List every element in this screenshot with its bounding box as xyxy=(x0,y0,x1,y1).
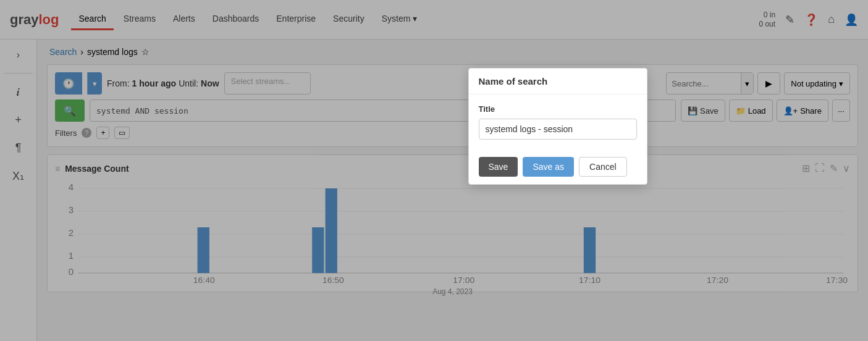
modal-title-input[interactable] xyxy=(479,119,637,140)
modal-save-as-button[interactable]: Save as xyxy=(523,157,574,177)
modal-footer: Save Save as Cancel xyxy=(469,149,647,184)
modal-overlay: Name of search Title Save Save as Cancel xyxy=(0,0,868,341)
modal-save-button[interactable]: Save xyxy=(479,157,518,177)
modal-body: Title xyxy=(469,95,647,149)
modal-title: Name of search xyxy=(479,76,548,86)
modal-cancel-button[interactable]: Cancel xyxy=(579,157,627,177)
modal-field-label: Title xyxy=(479,104,637,114)
save-search-modal: Name of search Title Save Save as Cancel xyxy=(468,68,647,185)
modal-header: Name of search xyxy=(469,69,647,95)
